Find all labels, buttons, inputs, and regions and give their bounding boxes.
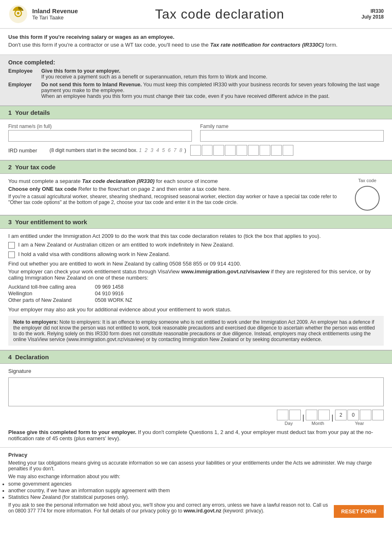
date-year-section: 2 0 Year	[335, 410, 384, 426]
page-title: Tax code declaration	[78, 7, 361, 22]
bullet-3: Statistics New Zealand (for statistical …	[8, 494, 384, 500]
checkbox1-label: I am a New Zealand or Australian citizen…	[18, 242, 234, 248]
form-reference: IR330 July 2018	[361, 8, 384, 20]
year-boxes: 2 0	[335, 410, 384, 420]
date-wrapper: Day | Month | 2 0 Year	[8, 410, 384, 426]
inland-revenue-logo	[8, 4, 28, 24]
once-completed-section: Once completed: Employee Give this form …	[0, 55, 392, 106]
year-label: Year	[355, 421, 364, 426]
please-give-text: Please give this completed form to your …	[8, 429, 384, 441]
year-box-4[interactable]	[372, 410, 384, 420]
checkbox2-label: I hold a valid visa with conditions allo…	[18, 251, 170, 257]
tax-code-para1: You must complete a separate Tax code de…	[8, 178, 342, 184]
month-box-2[interactable]	[318, 410, 330, 420]
ird-label: IRD number	[8, 147, 45, 154]
date-group: Day | Month | 2 0 Year	[277, 410, 384, 426]
page-header: Inland Revenue Te Tari Taake Tax code de…	[0, 0, 392, 29]
contact-grid: Auckland toll-free calling area 09 969 1…	[8, 284, 384, 303]
date-separator-2: |	[331, 413, 333, 422]
ird-box-7[interactable]	[260, 145, 270, 156]
privacy-text1: Meeting your tax obligations means givin…	[8, 460, 384, 472]
date-day-section: Day	[277, 410, 301, 426]
ird-box-8[interactable]	[271, 145, 282, 156]
section1-content: First name/s (in full) Family name IRD n…	[0, 119, 392, 160]
employer-ask-text: Your employer may also ask you for addit…	[8, 306, 384, 313]
contact-number-2: 04 910 9916	[95, 291, 384, 296]
tax-code-para3: If you're a casual agricultural worker, …	[8, 194, 342, 205]
ird-box-2[interactable]	[202, 145, 213, 156]
section4-content: Signature Day | Month | 2	[0, 364, 392, 448]
section3-content: I am entitled under the Immigration Act …	[0, 229, 392, 350]
day-label: Day	[285, 421, 293, 426]
date-separator-1: |	[302, 413, 305, 422]
tax-code-para2: Choose only ONE tax code Refer to the fl…	[8, 186, 342, 192]
first-name-label: First name/s (in full)	[8, 123, 192, 129]
reset-form-button[interactable]: RESET FORM	[334, 505, 384, 518]
checkbox2[interactable]	[8, 251, 15, 258]
sig-label: Signature	[8, 368, 384, 374]
signature-field[interactable]	[8, 377, 384, 406]
intro-line2: Don't use this form if you're a contract…	[8, 42, 384, 48]
ird-hint: (8 digit numbers start in the second box…	[50, 147, 186, 153]
org-sub: Te Tari Taake	[32, 14, 78, 21]
employer-content: Do not send this form to Inland Revenue.…	[41, 82, 384, 99]
ird-digit-hint: 1 2 3 4 5 6 7 8	[139, 147, 183, 153]
family-name-input[interactable]	[200, 130, 384, 142]
checkbox1-row: I am a New Zealand or Australian citizen…	[8, 242, 384, 249]
contact-number-1: 09 969 1458	[95, 284, 384, 290]
section1-header: 1 Your details	[0, 106, 392, 119]
employer-check-text: Your employer can check your work entitl…	[8, 268, 384, 281]
month-box-1[interactable]	[306, 410, 317, 420]
logo-area: Inland Revenue Te Tari Taake	[8, 4, 78, 24]
contact-number-3: 0508 WORK NZ	[95, 297, 384, 303]
find-out-text: Find out whether you are entitled to wor…	[8, 261, 384, 267]
tax-code-right: Tax code	[351, 178, 384, 211]
ird-box-9[interactable]	[283, 145, 293, 156]
employee-row: Employee Give this form to your employer…	[8, 68, 384, 80]
ird-boxes	[190, 145, 293, 156]
contact-area-3: Other parts of New Zealand	[8, 297, 91, 303]
tax-code-circle[interactable]	[355, 186, 380, 211]
first-name-group: First name/s (in full)	[8, 123, 192, 142]
employer-label: Employer	[8, 82, 37, 99]
year-box-2[interactable]: 0	[347, 410, 359, 420]
tax-code-circle-label: Tax code	[358, 178, 376, 183]
contact-area-2: Wellington	[8, 291, 91, 296]
year-box-1[interactable]: 2	[335, 410, 347, 420]
section3-header: 3 Your entitlement to work	[0, 215, 392, 229]
privacy-bullets: some government agencies another country…	[8, 481, 384, 500]
tax-code-header: You must complete a separate Tax code de…	[8, 178, 384, 211]
checkbox1[interactable]	[8, 242, 15, 249]
employee-content: Give this form to your employer. If you …	[41, 68, 384, 80]
day-box-1[interactable]	[277, 410, 288, 420]
date-month-section: Month	[306, 410, 330, 426]
tax-code-left: You must complete a separate Tax code de…	[8, 178, 342, 207]
employee-label: Employee	[8, 68, 37, 80]
section4-header: 4 Declaration	[0, 350, 392, 364]
day-boxes	[277, 410, 301, 420]
svg-point-2	[17, 12, 19, 14]
ird-box-3[interactable]	[213, 145, 224, 156]
employer-row: Employer Do not send this form to Inland…	[8, 82, 384, 99]
bullet-2: another country, if we have an informati…	[8, 488, 384, 493]
ird-box-1[interactable]	[190, 145, 201, 156]
section2-header: 2 Your tax code	[0, 160, 392, 174]
privacy-section: Privacy Meeting your tax obligations mea…	[0, 448, 392, 522]
ird-box-4[interactable]	[225, 145, 236, 156]
employer-note: Note to employers: Note to employers: It…	[8, 316, 384, 346]
family-name-label: Family name	[200, 123, 384, 129]
month-label: Month	[312, 421, 324, 426]
day-box-2[interactable]	[289, 410, 301, 420]
ird-box-6[interactable]	[248, 145, 259, 156]
org-name: Inland Revenue	[32, 7, 78, 14]
privacy-title: Privacy	[8, 452, 384, 458]
entitlement-intro: I am entitled under the Immigration Act …	[8, 233, 384, 239]
intro-line1: Use this form if you're receiving salary…	[8, 34, 384, 40]
ird-box-5[interactable]	[236, 145, 247, 156]
first-name-input[interactable]	[8, 130, 192, 142]
year-box-3[interactable]	[360, 410, 371, 420]
bullet-1: some government agencies	[8, 481, 384, 487]
privacy-text3: If you ask to see the personal informati…	[8, 502, 384, 514]
section2-content: You must complete a separate Tax code de…	[0, 174, 392, 215]
checkbox2-row: I hold a valid visa with conditions allo…	[8, 251, 384, 258]
